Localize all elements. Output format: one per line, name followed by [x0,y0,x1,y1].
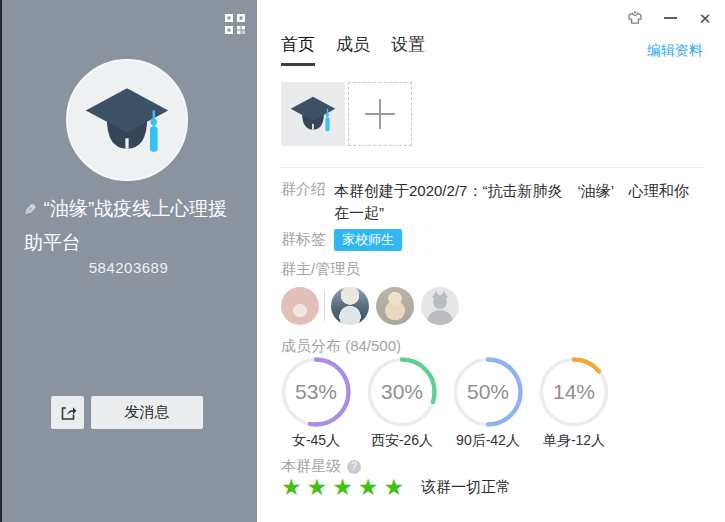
plus-icon [365,99,395,129]
ring-percent: 50% [452,356,524,428]
edit-name-icon[interactable]: ✎ [24,193,37,226]
star-rating-row: ★★★★★ 该群一切正常 [281,476,511,499]
share-button[interactable] [51,396,84,429]
group-name: ✎“油缘”战疫线上心理援助平台 [24,192,238,259]
sidebar: ✎“油缘”战疫线上心理援助平台 584203689 发消息 [0,0,257,522]
screen-edge [0,0,2,522]
window-controls: ✕ [627,10,713,26]
owner-avatar[interactable] [281,287,319,325]
graduation-cap-icon [79,72,175,168]
distribution-ring-3: 14%单身-12人 [538,356,610,450]
admin-label: 群主/管理员 [281,260,360,279]
minimize-icon[interactable] [662,10,678,26]
admin-avatar-row [281,287,459,325]
ring-percent: 53% [280,356,352,428]
close-icon[interactable]: ✕ [697,10,713,26]
tab-bar: 首页成员设置 [281,33,425,66]
admin-avatar-2[interactable] [376,287,414,325]
star-status-text: 该群一切正常 [421,478,511,497]
ring-label: 西安-26人 [371,432,433,450]
tab-2[interactable]: 设置 [391,33,425,66]
group-id: 584203689 [0,259,257,276]
tag-label: 群标签 [281,230,326,249]
edit-profile-link[interactable]: 编辑资料 [647,42,703,60]
main-panel: ✕ 首页成员设置 编辑资料 群介绍 本群创建于2020/2/7：“抗击新肺炎 [257,0,725,522]
share-icon [59,404,77,422]
ring-label: 90后-42人 [456,432,520,450]
help-icon[interactable]: ? [347,460,361,474]
add-photo-button[interactable] [348,82,412,146]
admin-avatar-3[interactable] [421,287,459,325]
send-message-button[interactable]: 发消息 [91,396,203,429]
tab-0[interactable]: 首页 [281,33,315,66]
intro-label: 群介绍 [281,180,326,199]
distribution-ring-2: 50%90后-42人 [452,356,524,450]
section-divider [281,167,703,168]
group-profile-window: ✎“油缘”战疫线上心理援助平台 584203689 发消息 ✕ [0,0,725,522]
tag-list: 家校师生 [334,229,402,251]
ring-percent: 14% [538,356,610,428]
avatar-thumbnails [281,82,412,146]
distribution-rings: 53%女-45人30%西安-26人50%90后-42人14%单身-12人 [280,356,610,450]
ring-label: 单身-12人 [543,432,605,450]
group-avatar-thumbnail[interactable] [281,82,345,146]
group-avatar[interactable] [66,59,188,181]
distribution-ring-1: 30%西安-26人 [366,356,438,450]
theme-icon[interactable] [627,10,643,26]
group-intro-text: 本群创建于2020/2/7：“抗击新肺炎 ‘油缘’ 心理和你在一起” [334,180,698,224]
ring-percent: 30% [366,356,438,428]
star-icons: ★★★★★ [281,476,409,499]
ring-label: 女-45人 [292,432,340,450]
group-name-text: “油缘”战疫线上心理援助平台 [24,198,227,253]
distribution-ring-0: 53%女-45人 [280,356,352,450]
qr-code-icon[interactable] [223,12,247,36]
admin-avatar-1[interactable] [331,287,369,325]
distribution-count: (84/500) [345,337,401,354]
tag-badge-0[interactable]: 家校师生 [334,229,402,251]
graduation-cap-icon [287,88,339,140]
distribution-label: 成员分布 (84/500) [281,337,401,356]
owner-admin-divider [324,291,325,321]
tab-1[interactable]: 成员 [336,33,370,66]
